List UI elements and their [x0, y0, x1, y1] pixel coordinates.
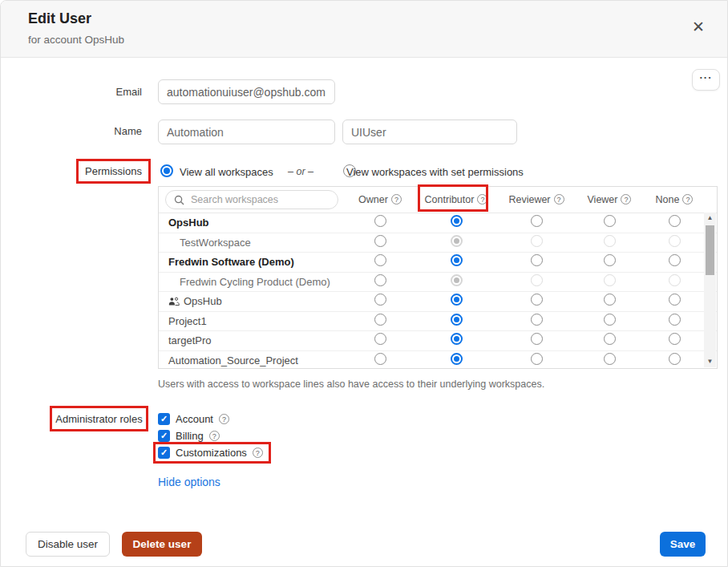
save-button[interactable]: Save: [660, 532, 706, 557]
scroll-up-icon[interactable]: ▲: [704, 213, 716, 224]
help-icon[interactable]: ?: [391, 194, 402, 205]
help-icon[interactable]: ?: [682, 194, 693, 205]
administrator-roles-label: Administrator roles: [55, 413, 142, 425]
radio-contributor[interactable]: [451, 294, 463, 306]
admin-role-customizations: ✓ Customizations ?: [158, 447, 263, 459]
radio-owner[interactable]: [374, 274, 386, 286]
radio-none[interactable]: [669, 294, 681, 306]
last-name-field[interactable]: [342, 119, 517, 144]
table-row: Fredwin Software (Demo): [159, 253, 717, 273]
workspace-permissions-table: Owner? Contributor? Reviewer? Viewer? No…: [158, 186, 718, 369]
scroll-down-icon[interactable]: ▼: [704, 356, 716, 367]
billing-label: Billing: [176, 430, 204, 442]
radio-owner[interactable]: [374, 333, 386, 345]
column-header-viewer: Viewer?: [575, 194, 644, 205]
workspace-name: OpsHub: [159, 295, 346, 307]
column-header-none: None?: [644, 194, 705, 205]
workspace-rows: OpsHubTestWorkspaceFredwin Software (Dem…: [159, 213, 717, 371]
checkbox-billing-checked[interactable]: ✓: [158, 430, 170, 442]
radio-viewer[interactable]: [604, 294, 616, 306]
page-title: Edit User: [28, 10, 91, 27]
workspace-search[interactable]: [165, 190, 338, 209]
table-header-row: Owner? Contributor? Reviewer? Viewer? No…: [159, 187, 717, 213]
view-set-permissions-label: View workspaces with set permissions: [346, 166, 524, 178]
close-icon[interactable]: ✕: [692, 18, 705, 36]
radio-reviewer[interactable]: [531, 314, 543, 326]
workspace-name: Fredwin Cycling Product (Demo): [159, 276, 346, 288]
radio-contributor[interactable]: [451, 314, 463, 326]
radio-owner[interactable]: [374, 235, 386, 247]
radio-reviewer[interactable]: [531, 294, 543, 306]
table-row: OpsHub: [159, 213, 717, 233]
help-icon[interactable]: ?: [554, 194, 564, 205]
radio-viewer[interactable]: [604, 215, 616, 227]
account-label: Account: [176, 413, 213, 425]
hide-options-link[interactable]: Hide options: [158, 476, 220, 488]
help-icon[interactable]: ?: [219, 414, 229, 424]
table-row: Fredwin Cycling Product (Demo): [159, 273, 717, 293]
radio-none[interactable]: [669, 314, 681, 326]
or-separator: – or –: [288, 166, 313, 177]
help-icon[interactable]: ?: [253, 448, 263, 458]
help-icon[interactable]: ?: [209, 431, 220, 441]
admin-role-account: ✓ Account ?: [158, 413, 229, 425]
name-label: Name: [78, 125, 142, 137]
workspace-name: Automation_Source_Project: [159, 354, 346, 367]
column-header-owner: Owner?: [346, 194, 415, 205]
checkbox-account-checked[interactable]: ✓: [158, 413, 170, 425]
radio-reviewer[interactable]: [531, 215, 543, 227]
edit-user-dialog: Edit User for account OpsHub ✕ ··· Email…: [0, 0, 728, 567]
more-options-button[interactable]: ···: [692, 69, 720, 91]
radio-owner[interactable]: [374, 294, 386, 306]
radio-viewer[interactable]: [604, 254, 616, 266]
disable-user-button[interactable]: Disable user: [26, 532, 110, 557]
radio-view-all-workspaces[interactable]: [160, 164, 173, 177]
workspace-name: TestWorkspace: [159, 237, 346, 249]
table-scrollbar[interactable]: ▲ ▼: [704, 213, 716, 367]
radio-viewer: [604, 235, 616, 247]
radio-reviewer[interactable]: [531, 333, 543, 345]
radio-owner[interactable]: [374, 215, 386, 227]
customizations-label: Customizations: [176, 447, 247, 459]
first-name-field[interactable]: [158, 119, 335, 144]
scrollbar-thumb[interactable]: [706, 225, 714, 275]
radio-viewer[interactable]: [604, 333, 616, 345]
column-header-reviewer: Reviewer?: [498, 194, 575, 205]
radio-none[interactable]: [669, 215, 681, 227]
table-row: Project1: [159, 312, 717, 332]
radio-owner[interactable]: [374, 314, 386, 326]
radio-none[interactable]: [669, 333, 681, 345]
admin-role-billing: ✓ Billing ?: [158, 430, 220, 442]
annotation-box-administrator-roles: Administrator roles: [50, 406, 148, 431]
dialog-header: Edit User for account OpsHub ✕: [1, 1, 727, 58]
radio-contributor[interactable]: [451, 353, 463, 365]
column-header-contributor: Contributor?: [415, 194, 498, 205]
table-row: OpsHub: [159, 292, 717, 312]
radio-reviewer[interactable]: [531, 254, 543, 266]
radio-viewer[interactable]: [604, 314, 616, 326]
table-row: targetPro: [159, 331, 717, 351]
workspace-name: Project1: [159, 315, 346, 327]
help-icon[interactable]: ?: [477, 194, 487, 205]
radio-viewer[interactable]: [604, 353, 616, 365]
radio-reviewer[interactable]: [531, 353, 543, 365]
search-icon: [174, 195, 184, 205]
team-icon: [168, 297, 180, 306]
table-row: Automation_Source_Project: [159, 351, 717, 371]
checkbox-customizations-checked[interactable]: ✓: [158, 447, 170, 459]
permissions-label: Permissions: [85, 165, 142, 177]
help-icon[interactable]: ?: [621, 194, 631, 205]
radio-owner[interactable]: [374, 353, 386, 365]
email-field[interactable]: [158, 79, 335, 104]
view-all-workspaces-label: View all workspaces: [180, 166, 273, 178]
radio-none: [669, 235, 681, 247]
radio-none[interactable]: [669, 353, 681, 365]
search-input[interactable]: [189, 193, 338, 206]
delete-user-button[interactable]: Delete user: [122, 532, 202, 557]
radio-none[interactable]: [669, 254, 681, 266]
radio-contributor[interactable]: [451, 254, 463, 266]
radio-contributor[interactable]: [451, 333, 463, 345]
radio-owner[interactable]: [374, 254, 386, 266]
radio-contributor[interactable]: [451, 215, 463, 227]
table-footnote: Users with access to workspace lines als…: [158, 379, 544, 390]
